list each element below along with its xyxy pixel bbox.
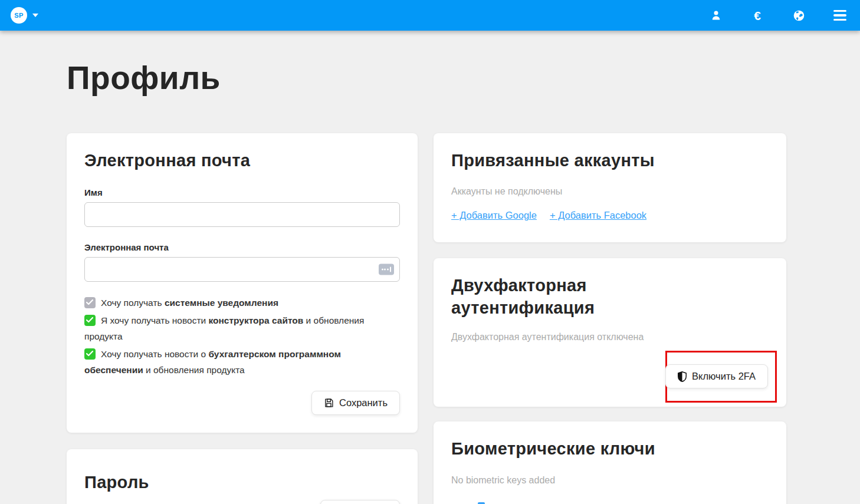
menu-icon[interactable] — [833, 8, 847, 22]
add-facebook-link[interactable]: + Добавить Facebook — [550, 210, 646, 221]
biometric-status: No biometric keys added — [451, 475, 769, 486]
euro-icon[interactable]: € — [750, 8, 764, 22]
email-label: Электронная почта — [84, 242, 400, 252]
checkbox-row-accounting-news: Хочу получать новости о бухгалтерском пр… — [84, 346, 400, 378]
linked-accounts-title: Привязанные аккаунты — [451, 150, 769, 172]
right-column: Привязанные аккаунты Аккаунты не подключ… — [434, 133, 786, 504]
avatar-initials: SP — [14, 12, 23, 19]
enable-2fa-button[interactable]: Включить 2FA — [665, 364, 768, 388]
checkbox-label-bold: конструктора сайтов — [208, 315, 303, 325]
checkbox-system-notifications[interactable] — [84, 297, 96, 308]
password-card: Пароль — [67, 449, 418, 504]
biometric-card: Биометрические ключи No biometric keys a… — [434, 421, 786, 504]
left-column: Электронная почта Имя Электронная почта … — [67, 133, 418, 504]
linked-accounts-status: Аккаунты не подключены — [451, 186, 769, 197]
checkbox-label-bold: системные уведомления — [165, 298, 278, 308]
email-input[interactable] — [84, 257, 400, 282]
avatar[interactable]: SP — [11, 7, 27, 24]
checkbox-label-text: и обновления продукта — [143, 365, 245, 375]
autofill-icon[interactable] — [379, 263, 394, 275]
save-button-label: Сохранить — [339, 397, 388, 409]
checkbox-accounting-news[interactable] — [84, 348, 96, 360]
notification-checkboxes: Хочу получать системные уведомления Я хо… — [84, 295, 400, 378]
euro-symbol: € — [754, 9, 761, 22]
twofa-status: Двухфакторная аутентификация отключена — [451, 332, 769, 342]
checkbox-row-sitebuilder-news: Я хочу получать новости конструктора сай… — [84, 312, 400, 344]
twofa-title: Двухфакторная аутентификация — [451, 275, 699, 319]
globe-icon[interactable] — [792, 8, 806, 22]
linked-accounts-card: Привязанные аккаунты Аккаунты не подключ… — [434, 133, 786, 242]
chevron-down-icon — [32, 14, 38, 17]
password-card-title: Пароль — [84, 472, 400, 494]
save-button[interactable]: Сохранить — [311, 391, 400, 415]
page-title: Профиль — [67, 59, 221, 97]
email-card-title: Электронная почта — [84, 150, 400, 172]
name-input[interactable] — [84, 202, 400, 227]
topbar-actions: € — [709, 8, 849, 22]
email-card: Электронная почта Имя Электронная почта … — [67, 133, 418, 433]
checkbox-label-text: Хочу получать новости о — [101, 349, 208, 359]
save-floppy-icon — [324, 398, 334, 408]
checkbox-label-text: Хочу получать — [101, 298, 165, 308]
name-label: Имя — [84, 187, 400, 197]
top-navigation-bar: SP € — [0, 0, 860, 31]
checkbox-sitebuilder-news[interactable] — [84, 315, 96, 326]
add-google-link[interactable]: + Добавить Google — [451, 210, 537, 221]
change-password-button-partial[interactable] — [320, 500, 400, 504]
biometric-title: Биометрические ключи — [451, 438, 769, 460]
twofa-card: Двухфакторная аутентификация Двухфакторн… — [434, 258, 786, 407]
user-icon[interactable] — [709, 8, 723, 22]
account-menu[interactable]: SP — [11, 7, 38, 24]
checkbox-label-text: Я хочу получать новости — [101, 315, 208, 325]
checkbox-row-system-notifications: Хочу получать системные уведомления — [84, 295, 400, 311]
shield-icon — [678, 371, 687, 382]
enable-2fa-label: Включить 2FA — [692, 371, 756, 382]
